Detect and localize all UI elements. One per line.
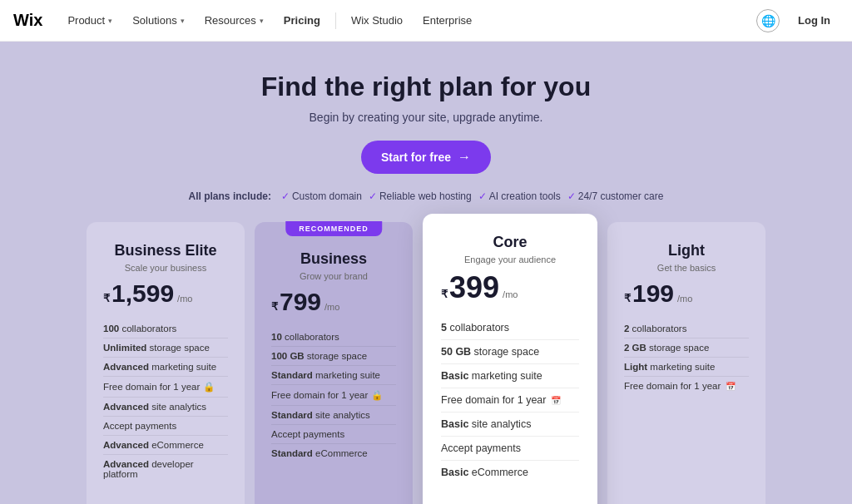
plan-price: ₹ 1,599 /mo bbox=[103, 281, 228, 306]
plan-name: Light bbox=[624, 242, 749, 259]
feature-item: Free domain for 1 year 📅 bbox=[624, 377, 749, 395]
logo[interactable]: Wix bbox=[13, 11, 42, 30]
plan-card-business: RECOMMENDED Business Grow your brand ₹ 7… bbox=[255, 222, 413, 504]
feature-item: 10 collaborators bbox=[271, 328, 396, 347]
chevron-icon: ▾ bbox=[260, 17, 264, 25]
plan-name: Business bbox=[271, 250, 396, 268]
plan-card-light: Light Get the basics ₹ 199 /mo 2 collabo… bbox=[607, 222, 765, 504]
feature-item: Advanced eCommerce bbox=[103, 436, 228, 455]
login-button[interactable]: Log In bbox=[790, 9, 839, 32]
start-free-button[interactable]: Start for free → bbox=[361, 141, 491, 174]
feature-item: Accept payments bbox=[103, 417, 228, 436]
feature-item: Basic eCommerce bbox=[441, 461, 579, 484]
globe-icon[interactable]: 🌐 bbox=[756, 9, 780, 32]
currency-symbol: ₹ bbox=[103, 292, 110, 304]
feature-item: 2 GB storage space bbox=[624, 338, 749, 358]
arrow-icon: → bbox=[458, 150, 471, 165]
check-icon: ✓ bbox=[281, 190, 290, 202]
feature-item: 2 collaborators bbox=[624, 319, 749, 338]
includes-bar: All plans include: ✓ Custom domain ✓ Rel… bbox=[17, 190, 835, 202]
plan-price: ₹ 799 /mo bbox=[271, 289, 396, 314]
chevron-icon: ▾ bbox=[108, 17, 112, 25]
price-period: /mo bbox=[324, 302, 339, 312]
feature-item: 50 GB storage space bbox=[441, 340, 579, 364]
price-period: /mo bbox=[503, 289, 518, 299]
includes-item-hosting: ✓ Reliable web hosting bbox=[369, 190, 472, 202]
price-amount: 799 bbox=[280, 289, 321, 314]
feature-item: Accept payments bbox=[441, 437, 579, 461]
currency-symbol: ₹ bbox=[271, 300, 278, 313]
main-content: Find the right plan for you Begin by cre… bbox=[0, 42, 852, 504]
plan-price: ₹ 199 /mo bbox=[624, 281, 749, 306]
nav-item-enterprise[interactable]: Enterprise bbox=[414, 9, 480, 32]
feature-item: Light marketing suite bbox=[624, 358, 749, 377]
feature-list: 2 collaborators 2 GB storage space Light… bbox=[624, 319, 749, 395]
hero-subtitle: Begin by creating your site, upgrade any… bbox=[17, 111, 835, 124]
recommended-badge: RECOMMENDED bbox=[285, 221, 382, 236]
check-icon: ✓ bbox=[478, 190, 487, 202]
plans-grid: Business Elite Scale your business ₹ 1,5… bbox=[17, 222, 835, 504]
price-period: /mo bbox=[177, 294, 192, 304]
plan-tagline: Engage your audience bbox=[441, 254, 579, 264]
includes-item-ai: ✓ AI creation tools bbox=[478, 190, 561, 202]
feature-item: Advanced site analytics bbox=[103, 398, 228, 417]
feature-item: 100 GB storage space bbox=[271, 347, 396, 366]
feature-item: 100 collaborators bbox=[103, 319, 228, 338]
nav-item-pricing[interactable]: Pricing bbox=[275, 9, 329, 32]
navbar: Wix Product ▾ Solutions ▾ Resources ▾ Pr… bbox=[0, 0, 852, 42]
plan-name: Core bbox=[441, 234, 579, 251]
feature-item: Unlimited storage space bbox=[103, 338, 228, 358]
nav-item-product[interactable]: Product ▾ bbox=[59, 9, 121, 32]
feature-list: 100 collaborators Unlimited storage spac… bbox=[103, 319, 228, 483]
feature-list: 10 collaborators 100 GB storage space St… bbox=[271, 328, 396, 462]
price-amount: 199 bbox=[632, 281, 674, 306]
chevron-icon: ▾ bbox=[181, 17, 185, 25]
feature-item: Standard site analytics bbox=[271, 406, 396, 425]
check-icon: ✓ bbox=[567, 190, 576, 202]
plan-price: ₹ 399 /mo bbox=[441, 273, 579, 303]
plan-name: Business Elite bbox=[103, 242, 228, 259]
feature-list: 5 collaborators 50 GB storage space Basi… bbox=[441, 316, 579, 484]
includes-item-care: ✓ 24/7 customer care bbox=[567, 190, 664, 202]
price-amount: 1,599 bbox=[111, 281, 174, 306]
nav-right: 🌐 Log In bbox=[756, 9, 839, 32]
price-amount: 399 bbox=[449, 273, 499, 303]
feature-item: Free domain for 1 year 🔒 bbox=[271, 385, 396, 406]
feature-item: Standard eCommerce bbox=[271, 444, 396, 462]
nav-item-solutions[interactable]: Solutions ▾ bbox=[124, 9, 192, 32]
plan-card-business-elite: Business Elite Scale your business ₹ 1,5… bbox=[87, 222, 245, 504]
nav-item-resources[interactable]: Resources ▾ bbox=[196, 9, 272, 32]
plan-card-core: Core Engage your audience ₹ 399 /mo 5 co… bbox=[423, 214, 597, 504]
feature-item: Advanced marketing suite bbox=[103, 358, 228, 377]
feature-item: Advanced developer platform bbox=[103, 455, 228, 483]
nav-item-wixstudio[interactable]: Wix Studio bbox=[343, 9, 411, 32]
feature-item: Basic marketing suite bbox=[441, 364, 579, 388]
feature-item: Standard marketing suite bbox=[271, 366, 396, 385]
page-title: Find the right plan for you bbox=[17, 72, 835, 102]
nav-divider bbox=[335, 12, 336, 29]
plan-tagline: Grow your brand bbox=[271, 271, 396, 281]
feature-item: Accept payments bbox=[271, 425, 396, 444]
price-period: /mo bbox=[677, 294, 692, 304]
plan-tagline: Scale your business bbox=[103, 263, 228, 273]
includes-label: All plans include: bbox=[189, 190, 271, 202]
feature-item: Free domain for 1 year 🔒 bbox=[103, 377, 228, 398]
feature-item: Free domain for 1 year 📅 bbox=[441, 388, 579, 413]
check-icon: ✓ bbox=[369, 190, 377, 202]
currency-symbol: ₹ bbox=[441, 288, 448, 300]
feature-item: Basic site analytics bbox=[441, 413, 579, 437]
includes-item-domain: ✓ Custom domain bbox=[281, 190, 362, 202]
feature-item: 5 collaborators bbox=[441, 316, 579, 340]
nav-items: Product ▾ Solutions ▾ Resources ▾ Pricin… bbox=[59, 9, 756, 32]
currency-symbol: ₹ bbox=[624, 292, 631, 304]
plan-tagline: Get the basics bbox=[624, 263, 749, 273]
